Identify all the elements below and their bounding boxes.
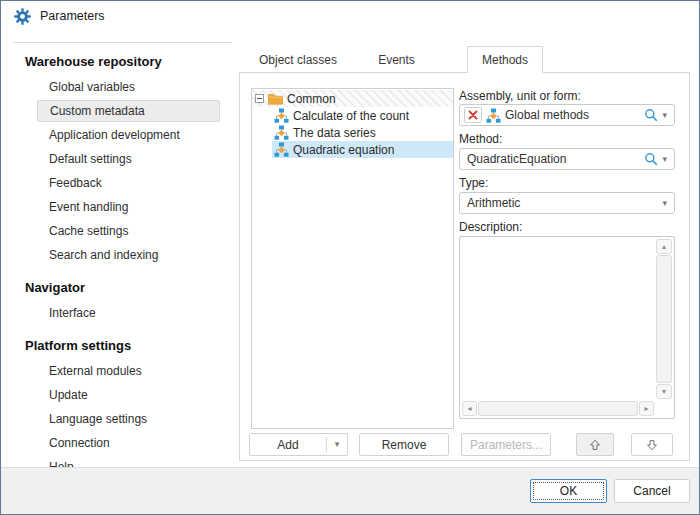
assembly-value: Global methods: [505, 108, 589, 122]
description-label: Description:: [459, 220, 675, 234]
method-flowchart-icon: [274, 142, 289, 157]
type-combo[interactable]: Arithmetic ▾: [459, 192, 675, 214]
arrow-up-icon: [588, 438, 602, 452]
sidebar-item-feedback[interactable]: Feedback: [1, 171, 239, 195]
add-dropdown-button[interactable]: ▾: [327, 440, 347, 449]
magnifier-icon[interactable]: [644, 108, 658, 122]
tree-item-quadratic-equation[interactable]: Quadratic equation: [252, 141, 453, 158]
tree-item-label: Quadratic equation: [293, 143, 394, 157]
horizontal-scrollbar[interactable]: ◂ ▸: [462, 401, 654, 416]
sidebar-item-event-handling[interactable]: Event handling: [1, 195, 239, 219]
sidebar-item-cache-settings[interactable]: Cache settings: [1, 219, 239, 243]
ok-button[interactable]: OK: [530, 479, 607, 503]
sidebar-item-language-settings[interactable]: Language settings: [1, 407, 239, 431]
scroll-left-icon[interactable]: ◂: [462, 401, 477, 416]
tree-item-label: The data series: [293, 126, 376, 140]
type-label: Type:: [459, 176, 675, 190]
add-button-label: Add: [250, 438, 326, 452]
arrow-down-icon: [645, 438, 659, 452]
type-value: Arithmetic: [464, 196, 520, 210]
sidebar-item-interface[interactable]: Interface: [1, 301, 239, 325]
method-combo[interactable]: QuadraticEquation ▾: [459, 148, 675, 170]
vertical-scrollbar-thumb[interactable]: [656, 255, 672, 383]
horizontal-scrollbar-thumb[interactable]: [478, 401, 638, 416]
collapse-expander-icon[interactable]: [255, 94, 264, 103]
clear-red-x-icon[interactable]: [464, 107, 482, 123]
caret-down-icon[interactable]: ▾: [662, 155, 667, 164]
sidebar-item-global-variables[interactable]: Global variables: [1, 75, 239, 99]
tab-methods[interactable]: Methods: [467, 46, 543, 73]
sidebar-header-platform-settings: Platform settings: [1, 333, 239, 359]
gear-icon: [14, 8, 31, 25]
method-label: Method:: [459, 132, 675, 146]
description-input[interactable]: ▴ ▾ ◂ ▸: [459, 236, 675, 419]
methods-tree: Common Calculate of the count: [251, 88, 454, 429]
method-flowchart-icon: [274, 125, 289, 140]
tab-object-classes[interactable]: Object classes: [248, 48, 348, 72]
tree-item-the-data-series[interactable]: The data series: [252, 124, 453, 141]
sidebar-item-application-development[interactable]: Application development: [1, 123, 239, 147]
sidebar-header-warehouse-repository: Warehouse repository: [1, 49, 239, 75]
scroll-down-icon[interactable]: ▾: [656, 384, 672, 399]
tree-node-common[interactable]: Common: [252, 90, 453, 107]
tree-item-label: Calculate of the count: [293, 109, 409, 123]
methods-tab-page: Common Calculate of the count: [239, 72, 690, 461]
sidebar-item-search-and-indexing[interactable]: Search and indexing: [1, 243, 239, 267]
method-value: QuadraticEquation: [464, 152, 566, 166]
sidebar-list: Warehouse repository Global variables Cu…: [1, 49, 239, 479]
method-flowchart-icon: [274, 108, 289, 123]
tree-node-label: Common: [287, 92, 336, 106]
assembly-label: Assembly, unit or form:: [459, 89, 675, 103]
caret-down-icon[interactable]: ▾: [662, 199, 667, 208]
tab-events[interactable]: Events: [348, 48, 445, 72]
sidebar-header-navigator: Navigator: [1, 275, 239, 301]
sidebar-divider: [13, 42, 232, 43]
sidebar-item-update[interactable]: Update: [1, 383, 239, 407]
window-title: Parameters: [40, 9, 105, 23]
vertical-scrollbar[interactable]: ▴ ▾: [656, 239, 672, 399]
caret-down-icon: ▾: [335, 440, 340, 449]
method-form: Assembly, unit or form: Glo: [459, 89, 675, 419]
scroll-up-icon[interactable]: ▴: [656, 239, 672, 254]
sidebar-item-connection[interactable]: Connection: [1, 431, 239, 455]
sidebar-item-external-modules[interactable]: External modules: [1, 359, 239, 383]
parameters-dialog: Parameters Warehouse repository Global v…: [0, 0, 700, 515]
method-flowchart-icon: [486, 108, 501, 123]
add-button[interactable]: Add ▾: [249, 433, 348, 456]
parameters-button[interactable]: Parameters...: [461, 433, 551, 456]
caret-down-icon[interactable]: ▾: [662, 111, 667, 120]
sidebar-item-default-settings[interactable]: Default settings: [1, 147, 239, 171]
remove-button[interactable]: Remove: [359, 433, 449, 456]
cancel-button[interactable]: Cancel: [614, 479, 690, 503]
move-up-button[interactable]: [576, 433, 614, 456]
dialog-footer: OK Cancel: [1, 467, 699, 514]
magnifier-icon[interactable]: [644, 152, 658, 166]
sidebar: Warehouse repository Global variables Cu…: [1, 31, 239, 467]
sidebar-item-custom-metadata[interactable]: Custom metadata: [37, 100, 220, 122]
tree-item-calculate-of-the-count[interactable]: Calculate of the count: [252, 107, 453, 124]
tab-strip: Object classes Events Methods: [239, 41, 688, 72]
title-bar: Parameters: [1, 1, 699, 31]
scroll-right-icon[interactable]: ▸: [639, 401, 654, 416]
move-down-button[interactable]: [631, 433, 673, 456]
assembly-combo[interactable]: Global methods ▾: [459, 104, 675, 126]
folder-icon: [268, 93, 283, 105]
